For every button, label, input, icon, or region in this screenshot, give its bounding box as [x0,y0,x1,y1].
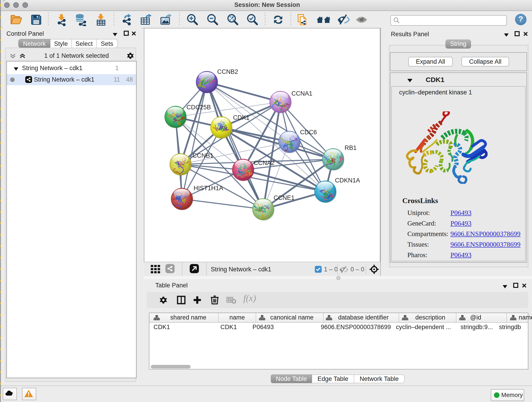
svg-text:CCNB1: CCNB1 [192,152,213,159]
svg-text:RB1: RB1 [344,144,356,151]
svg-text:CDK1: CDK1 [233,114,249,121]
svg-text:CDC25B: CDC25B [186,104,211,111]
svg-text:CDC6: CDC6 [300,129,317,136]
svg-text:CCNA1: CCNA1 [291,90,312,97]
svg-text:HIST1H1A: HIST1H1A [193,185,223,191]
svg-text:CCNB2: CCNB2 [217,68,238,75]
svg-text:CDKN1A: CDKN1A [335,177,360,184]
svg-text:CCNE1: CCNE1 [273,194,294,201]
svg-text:CCNA2: CCNA2 [253,160,274,166]
